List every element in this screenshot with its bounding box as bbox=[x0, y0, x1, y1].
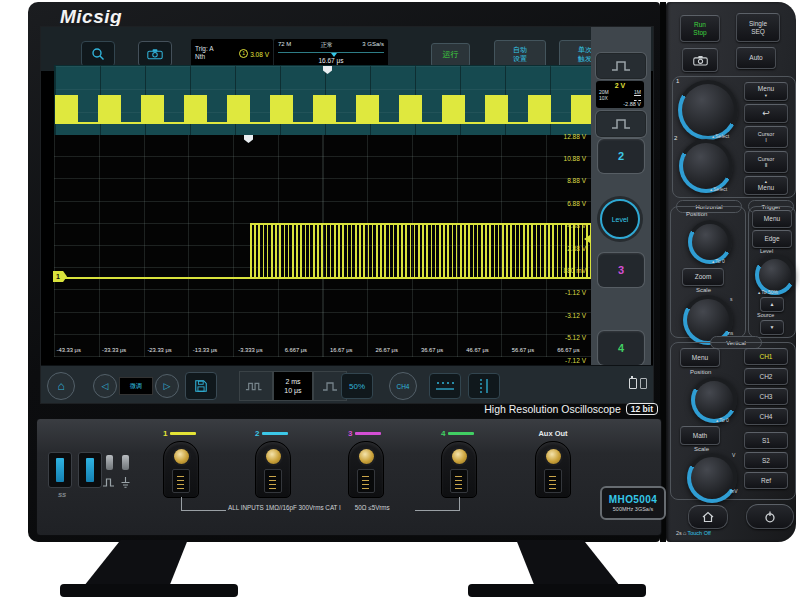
ch2-button[interactable]: CH2 bbox=[744, 368, 788, 385]
save-button[interactable] bbox=[185, 372, 217, 400]
triangle-icon: ▴ bbox=[710, 187, 712, 192]
ch1-button[interactable]: CH1 bbox=[744, 348, 788, 365]
s2-button[interactable]: S2 bbox=[744, 452, 788, 469]
search-button[interactable] bbox=[81, 41, 115, 67]
time-label: 56.67 μs bbox=[500, 347, 545, 353]
trigger-level-value: 3.08 V bbox=[250, 51, 269, 58]
trigger-delay: 16.67 μs bbox=[278, 57, 384, 64]
select-label: Select bbox=[713, 186, 727, 192]
s1-button[interactable]: S1 bbox=[744, 432, 788, 449]
ref-button[interactable]: Ref bbox=[744, 472, 788, 489]
menu-down-button[interactable]: Menu ▾ bbox=[744, 82, 788, 101]
vertical-menu-button[interactable]: Menu bbox=[680, 348, 720, 367]
triangle-icon: ▴ bbox=[712, 134, 714, 139]
run-stop-button[interactable]: Run Stop bbox=[680, 15, 720, 42]
channel-info-box[interactable]: 2 V 20M 1M 10X -2.88 V bbox=[596, 81, 644, 108]
power-button[interactable] bbox=[746, 504, 794, 529]
back-button[interactable]: ↩ bbox=[744, 104, 788, 123]
ch2-input-group: 2 bbox=[255, 429, 295, 498]
auto-button[interactable]: Auto bbox=[736, 47, 776, 69]
time-label: 46.67 μs bbox=[455, 347, 500, 353]
trigger-edge-button[interactable]: Edge bbox=[752, 230, 792, 248]
horizontal-position-knob[interactable] bbox=[688, 220, 732, 264]
active-channel-button[interactable]: CH4 bbox=[389, 372, 417, 400]
cursor-tool-button[interactable] bbox=[429, 373, 461, 399]
cursor-1-button[interactable]: Cursor Ⅰ bbox=[744, 126, 788, 148]
foot-pad-right bbox=[468, 584, 646, 597]
autoset-label-line1: 自动 bbox=[513, 46, 527, 54]
pulse-icon bbox=[610, 118, 632, 130]
ch3-button[interactable]: CH3 bbox=[744, 388, 788, 405]
probe-comp-terminal bbox=[122, 455, 129, 470]
ch4-bnc-connector bbox=[441, 441, 477, 498]
to-zero-label: To 0 bbox=[715, 258, 724, 264]
timebase-display[interactable]: 2 ms 10 μs bbox=[273, 371, 313, 401]
source-up-button[interactable]: ▲ bbox=[760, 297, 784, 312]
menu-up-button[interactable]: ▴ Menu bbox=[744, 176, 788, 195]
ch-offset: -2.88 V bbox=[599, 101, 641, 107]
panel-camera-button[interactable] bbox=[682, 48, 718, 72]
channel-2-button[interactable]: 2 bbox=[598, 139, 644, 173]
prev-button[interactable]: ◁ bbox=[93, 374, 117, 398]
trigger-status-box[interactable]: Trig: A Nth 1 3.08 V bbox=[191, 39, 273, 67]
voltage-label: -1.12 V bbox=[521, 282, 586, 304]
run-label: Run bbox=[694, 21, 706, 28]
channel-3-button[interactable]: 3 bbox=[598, 253, 644, 287]
chevron-left-icon: ◁ bbox=[102, 381, 109, 391]
home-button[interactable]: ⌂ bbox=[47, 372, 75, 400]
channel-4-button[interactable]: 4 bbox=[598, 331, 644, 365]
screenshot-button[interactable] bbox=[138, 41, 172, 67]
main-window-button[interactable] bbox=[239, 371, 273, 401]
time-label: 66.67 μs bbox=[546, 347, 591, 353]
wave-mode-button-top[interactable] bbox=[596, 53, 646, 79]
input-ratings-left: ALL INPUTS 1MΩ//16pF 300Vrms CAT I bbox=[228, 504, 341, 511]
trigger-level-label: Level bbox=[760, 248, 773, 254]
ch4-button[interactable]: CH4 bbox=[744, 408, 788, 425]
to-50-label: To 50% bbox=[761, 289, 778, 295]
ch3-input-group: 3 bbox=[348, 429, 388, 498]
brand-logo: Micsig bbox=[60, 6, 122, 28]
memory-depth: 72 M bbox=[278, 41, 291, 50]
chevron-right-icon: ▷ bbox=[164, 381, 171, 391]
vertical-scale-knob[interactable] bbox=[687, 453, 737, 503]
wave-mode-button-bottom[interactable] bbox=[596, 111, 646, 137]
vertical-lines-icon bbox=[478, 379, 490, 393]
next-button[interactable]: ▷ bbox=[155, 374, 179, 398]
time-label: 6.667 μs bbox=[273, 347, 318, 353]
home-icon bbox=[701, 511, 715, 523]
arrow-up-icon: ▲ bbox=[770, 302, 775, 308]
panel-home-button[interactable] bbox=[688, 505, 728, 529]
double-pulse-icon bbox=[245, 381, 267, 392]
trigger-menu-button[interactable]: Menu bbox=[752, 210, 792, 228]
zoom-button[interactable]: Zoom bbox=[682, 268, 724, 286]
usb-port-2 bbox=[78, 452, 102, 488]
bracket-left bbox=[181, 497, 226, 511]
bnc-pin bbox=[266, 449, 281, 464]
measure-tool-button[interactable] bbox=[468, 373, 500, 399]
zoom-window-marker bbox=[244, 135, 253, 143]
multipurpose-knob-1[interactable] bbox=[678, 80, 738, 140]
run-button[interactable]: 运行 bbox=[431, 43, 470, 67]
voltage-label: 6.88 V bbox=[521, 192, 586, 214]
single-seq-button[interactable]: Single SEQ bbox=[736, 13, 780, 42]
h-position-label: Position bbox=[686, 211, 707, 217]
tagline-text: High Resolution Oscilloscope bbox=[484, 403, 621, 415]
time-label: -43.33 μs bbox=[46, 347, 91, 353]
aux-out-label: Aux Out bbox=[538, 429, 567, 438]
ch-probe: 10X bbox=[599, 95, 608, 101]
math-button[interactable]: Math bbox=[680, 426, 720, 445]
trigger-level-button[interactable]: Level bbox=[600, 199, 640, 239]
arrow-down-icon: ▼ bbox=[770, 325, 775, 331]
scale-unit-mv: mV bbox=[730, 488, 738, 494]
source-down-button[interactable]: ▼ bbox=[760, 320, 784, 335]
zoom-percent-button[interactable]: 50% bbox=[341, 373, 373, 399]
foot-pad-left bbox=[60, 584, 238, 597]
select-label: Select bbox=[715, 133, 729, 139]
v-to-zero-hint: ▴ To 0 bbox=[716, 417, 729, 423]
voltage-label: 8.88 V bbox=[521, 170, 586, 192]
multipurpose-knob-2[interactable] bbox=[679, 139, 733, 193]
cursor-2-button[interactable]: Cursor Ⅱ bbox=[744, 151, 788, 173]
menu-label: Menu bbox=[758, 85, 774, 92]
vertical-position-knob[interactable] bbox=[691, 377, 737, 423]
trigger-position-marker bbox=[323, 66, 332, 74]
